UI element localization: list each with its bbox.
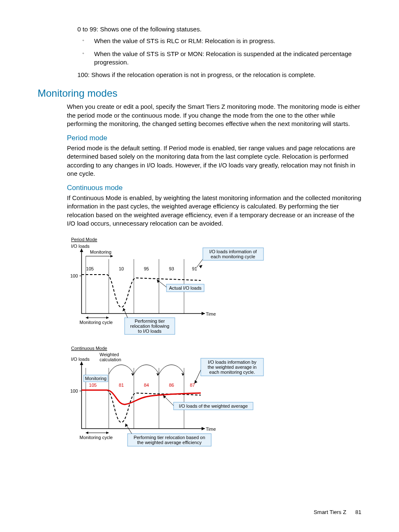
period-ytick: 100 bbox=[70, 273, 78, 278]
status-100-text: 100: Shows if the relocation operation i… bbox=[77, 71, 361, 79]
svg-text:relocation following: relocation following bbox=[130, 324, 169, 329]
cont-val-4: 87 bbox=[190, 383, 195, 388]
status-sublist: When the value of STS is RLC or RLM: Rel… bbox=[77, 37, 361, 67]
footer-page: 81 bbox=[356, 509, 361, 515]
continuous-monitoring: Monitoring bbox=[85, 376, 106, 381]
cont-val-0: 105 bbox=[89, 383, 97, 388]
svg-text:each monitoring cycle.: each monitoring cycle. bbox=[209, 370, 255, 375]
status-range-text: 0 to 99: Shows one of the following stat… bbox=[77, 25, 361, 33]
cont-val-2: 84 bbox=[144, 383, 149, 388]
period-mode-heading: Period mode bbox=[67, 134, 361, 142]
period-ylabel: I/O loads bbox=[71, 244, 90, 249]
svg-text:I/O loads information by: I/O loads information by bbox=[208, 360, 257, 365]
period-val-4: 91 bbox=[192, 266, 197, 271]
period-mode-para: Period mode is the default setting. If P… bbox=[67, 144, 361, 178]
continuous-avg: I/O loads of the weighted average bbox=[179, 403, 248, 409]
continuous-weighted-2: calculation bbox=[100, 357, 121, 362]
period-xlabel: Time bbox=[206, 311, 216, 316]
list-item: When the value of STS is STP or MON: Rel… bbox=[77, 50, 361, 67]
svg-text:the weighted average in: the weighted average in bbox=[208, 365, 257, 370]
page-footer: Smart Tiers Z 81 bbox=[314, 509, 361, 515]
continuous-mode-heading: Continuous mode bbox=[67, 184, 361, 192]
period-monitoring-label: Monitoring bbox=[90, 249, 111, 254]
period-info-2: each monitoring cycle bbox=[211, 254, 255, 259]
charts-figure: Period Mode I/O loads Time 100 Monitorin… bbox=[67, 236, 361, 452]
period-info-1: I/O loads information of bbox=[209, 249, 257, 254]
period-actual: Actual I/O loads bbox=[169, 285, 202, 290]
cont-val-1: 81 bbox=[119, 383, 124, 388]
continuous-xlabel: Time bbox=[206, 427, 216, 432]
cont-val-3: 86 bbox=[169, 383, 174, 388]
continuous-cycle-label: Monitoring cycle bbox=[79, 435, 113, 440]
continuous-ytick: 100 bbox=[70, 388, 78, 393]
svg-text:the weighted average efficienc: the weighted average efficiency bbox=[137, 440, 202, 445]
svg-text:Performing tier relocation bas: Performing tier relocation based on bbox=[133, 435, 205, 440]
list-item: When the value of STS is RLC or RLM: Rel… bbox=[77, 37, 361, 45]
continuous-weighted-1: Weighted bbox=[100, 352, 119, 357]
charts-svg: Period Mode I/O loads Time 100 Monitorin… bbox=[67, 236, 268, 452]
continuous-mode-para: If Continuous Mode is enabled, by weight… bbox=[67, 194, 361, 228]
period-val-3: 93 bbox=[169, 266, 174, 271]
continuous-ylabel: I/O loads bbox=[71, 357, 90, 362]
document-page: 0 to 99: Shows one of the following stat… bbox=[0, 0, 399, 532]
monitoring-modes-para: When you create or edit a pool, specify … bbox=[67, 103, 361, 128]
continuous-title: Continuous Mode bbox=[71, 346, 107, 351]
period-cycle-label: Monitoring cycle bbox=[79, 320, 113, 325]
period-title: Period Mode bbox=[71, 237, 97, 242]
footer-text: Smart Tiers Z bbox=[314, 509, 346, 515]
svg-text:to I/O loads: to I/O loads bbox=[138, 329, 162, 334]
period-val-1: 10 bbox=[119, 266, 124, 271]
period-val-0: 105 bbox=[86, 266, 94, 271]
period-val-2: 95 bbox=[144, 266, 149, 271]
svg-text:Performing tier: Performing tier bbox=[135, 319, 165, 324]
monitoring-modes-heading: Monitoring modes bbox=[38, 87, 361, 99]
